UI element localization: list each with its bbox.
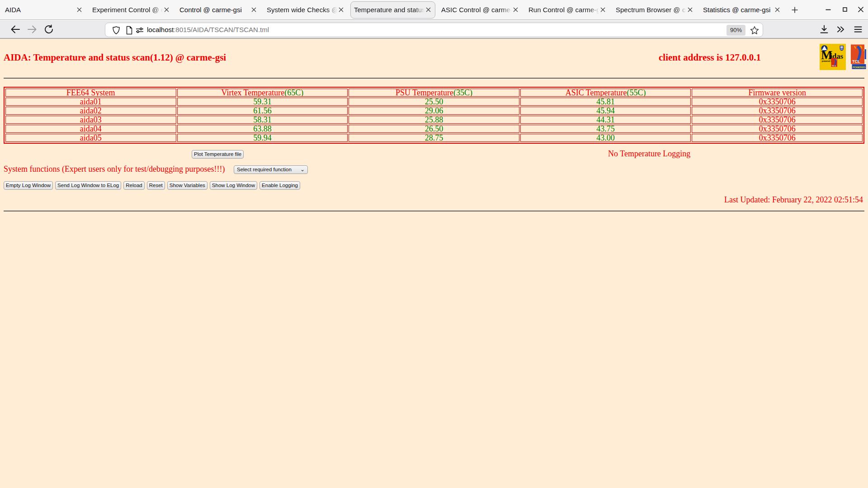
svg-text:T.C.L: T.C.L [832, 65, 836, 67]
svg-text:POWERED: POWERED [853, 66, 866, 69]
svg-text:TCL: TCL [852, 59, 860, 64]
